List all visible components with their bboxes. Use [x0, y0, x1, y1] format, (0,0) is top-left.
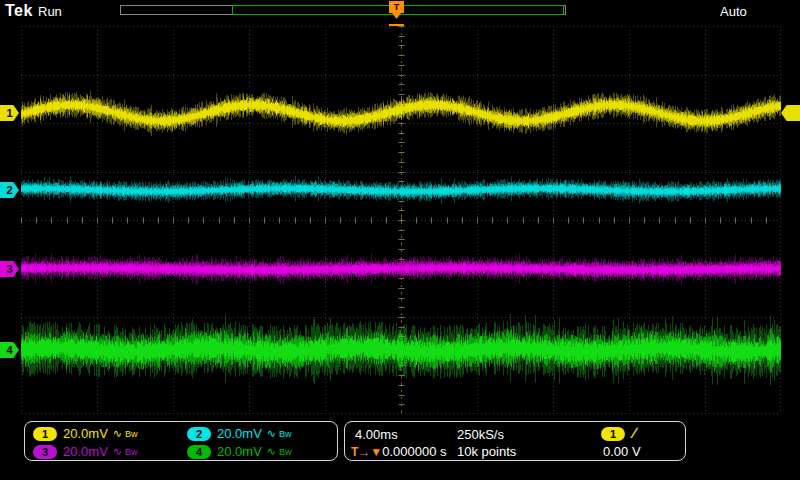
ch1-position-marker[interactable]: 1 [0, 105, 19, 121]
ch3-ac-coupling-icon: ∿ [113, 445, 122, 457]
ch3-position-marker[interactable]: 3 [0, 261, 19, 277]
ch4-bandwidth-limit-icon: Bw [279, 447, 292, 457]
ch1-readout[interactable]: 120.0mV∿Bw [33, 425, 138, 441]
ch3-badge: 3 [33, 445, 57, 459]
trigger-position-marker-tip-icon [392, 13, 401, 19]
ch2-position-marker[interactable]: 2 [0, 182, 19, 198]
trigger-position-readout: T→▼0.000000 s [351, 444, 447, 459]
trigger-level-marker[interactable] [781, 105, 800, 121]
ch1-scale: 20.0mV [63, 426, 108, 441]
record-length: 10k points [457, 444, 516, 459]
ch2-badge: 2 [187, 427, 211, 441]
ch2-ac-coupling-icon: ∿ [267, 427, 276, 439]
ch4-ac-coupling-icon: ∿ [267, 445, 276, 457]
trigger-source-badge[interactable]: 1 [601, 427, 625, 441]
tek-logo: Tek [5, 2, 33, 20]
oscilloscope-screen: Tek Run T Auto 1 2 3 4 120.0mV∿Bw 220.0m… [0, 0, 800, 480]
trigger-status: Auto [720, 4, 747, 19]
ch3-readout[interactable]: 320.0mV∿Bw [33, 443, 138, 459]
acquisition-state: Run [38, 4, 62, 19]
ch2-readout[interactable]: 220.0mV∿Bw [187, 425, 292, 441]
ch4-position-marker[interactable]: 4 [0, 342, 19, 358]
ch1-bandwidth-limit-icon: Bw [125, 429, 138, 439]
horizontal-scale: 4.00ms [355, 427, 398, 442]
ch4-scale: 20.0mV [217, 444, 262, 459]
trigger-slope-icon: ∕ [633, 424, 636, 441]
ch4-badge: 4 [187, 445, 211, 459]
channel-readout-box: 120.0mV∿Bw 220.0mV∿Bw 320.0mV∿Bw 420.0mV… [24, 421, 338, 461]
ch2-bandwidth-limit-icon: Bw [279, 429, 292, 439]
ch2-scale: 20.0mV [217, 426, 262, 441]
trigger-level-arrow-icon: ▼ [370, 445, 382, 459]
ch1-badge: 1 [33, 427, 57, 441]
trigger-level-value: 0.00 V [603, 444, 641, 459]
waveform-display[interactable] [21, 26, 781, 414]
trigger-position-marker[interactable]: T [389, 1, 404, 13]
ch3-bandwidth-limit-icon: Bw [125, 447, 138, 457]
ch3-scale: 20.0mV [63, 444, 108, 459]
trigger-arrow-icon: → [358, 445, 370, 459]
ch1-ac-coupling-icon: ∿ [113, 427, 122, 439]
horizontal-trigger-box: 4.00ms 250kS/s T→▼0.000000 s 10k points … [344, 421, 686, 461]
ch4-readout[interactable]: 420.0mV∿Bw [187, 443, 292, 459]
sample-rate: 250kS/s [457, 427, 504, 442]
trigger-position-value: 0.000000 s [382, 444, 446, 459]
